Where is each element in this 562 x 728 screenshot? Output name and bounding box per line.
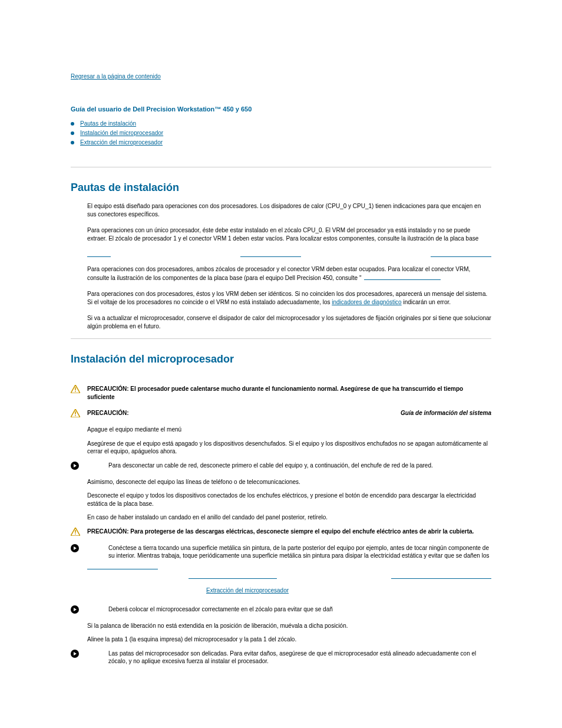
link-fragment[interactable]: [189, 578, 277, 579]
link-fragment[interactable]: [431, 251, 491, 257]
bullet-icon: [71, 131, 74, 135]
notice-callout: Deberá colocar el microprocesador correc…: [71, 605, 491, 614]
svg-rect-2: [75, 391, 76, 392]
link-row: [189, 578, 491, 579]
notice-icon: [71, 462, 80, 470]
bullet-icon: [71, 122, 74, 126]
step: Alinee la pata 1 (la esquina impresa) de…: [87, 635, 491, 644]
document-page: Regresar a la página de contenido Guía d…: [0, 0, 562, 697]
bullet-icon: [71, 141, 74, 144]
notice-callout: Conéctese a tierra tocando una superfici…: [71, 544, 491, 560]
link-fragment[interactable]: [87, 568, 158, 569]
link-fragment[interactable]: [87, 251, 111, 257]
notice-text: Las patas del microprocesador son delica…: [87, 650, 491, 666]
toc-link-extraccion[interactable]: Extracción del microprocesador: [80, 139, 163, 147]
link-fragment[interactable]: [391, 578, 491, 579]
paragraph: Para operaciones con dos procesadores, é…: [87, 290, 491, 306]
caution-text: PRECAUCIÓN: Para protegerse de las desca…: [87, 528, 491, 536]
back-to-contents-link[interactable]: Regresar a la página de contenido: [71, 73, 161, 80]
guide-title: Guía del usuario de Dell Precision Works…: [71, 106, 491, 113]
caution-callout: PRECAUCIÓN: Guía de información del sist…: [71, 409, 491, 417]
toc: Pautas de instalación Instalación del mi…: [71, 120, 491, 147]
step: Si la palanca de liberación no está exte…: [87, 622, 491, 630]
text: indicarán un error.: [402, 299, 451, 305]
notice-callout: Las patas del microprocesador son delica…: [71, 650, 491, 666]
paragraph: Si va a actualizar el microprocesador, c…: [87, 314, 491, 330]
extraction-link[interactable]: Extracción del microprocesador: [206, 587, 289, 594]
svg-rect-8: [75, 533, 76, 535]
caution-callout: PRECAUCIÓN: Para protegerse de las desca…: [71, 528, 491, 536]
paragraph: Para operaciones con dos procesadores, a…: [87, 265, 491, 282]
paragraph: El equipo está diseñado para operaciones…: [87, 202, 491, 218]
divider: [71, 338, 491, 339]
caution-text: PRECAUCIÓN: El procesador puede calentar…: [87, 385, 491, 401]
svg-rect-7: [75, 530, 76, 533]
extraction-link-row: Extracción del microprocesador: [206, 587, 491, 594]
svg-rect-5: [75, 415, 76, 416]
toc-item: Instalación del microprocesador: [71, 129, 491, 137]
toc-link-pautas[interactable]: Pautas de instalación: [80, 120, 136, 128]
caution-text: PRECAUCIÓN: Guía de información del sist…: [87, 409, 491, 417]
notice-icon: [71, 544, 80, 552]
system-info-guide: Guía de información del sistema: [401, 409, 491, 417]
divider: [71, 167, 491, 167]
caution-icon: [71, 385, 80, 393]
notice-icon: [71, 650, 80, 658]
step: Desconecte el equipo y todos los disposi…: [87, 492, 491, 508]
toc-link-instalacion[interactable]: Instalación del microprocesador: [80, 129, 163, 137]
caution-icon: [71, 528, 80, 536]
step: Asimismo, desconecte del equipo las líne…: [87, 478, 491, 486]
breadcrumb-top: Regresar a la página de contenido: [71, 73, 491, 80]
toc-item: Pautas de instalación: [71, 120, 491, 128]
section-heading-pautas: Pautas de instalación: [71, 182, 491, 194]
notice-callout: Para desconectar un cable de red, descon…: [71, 462, 491, 470]
paragraph: Para operaciones con un único procesador…: [87, 226, 491, 242]
section-heading-instalacion: Instalación del microprocesador: [71, 353, 491, 365]
notice-text: Deberá colocar el microprocesador correc…: [87, 605, 491, 614]
text: Para operaciones con un único procesador…: [87, 227, 478, 242]
notice-text: Para desconectar un cable de red, descon…: [87, 462, 491, 470]
svg-rect-1: [75, 387, 76, 390]
caution-callout: PRECAUCIÓN: El procesador puede calentar…: [71, 385, 491, 401]
notice-text: Conéctese a tierra tocando una superfici…: [87, 544, 491, 560]
diagnostic-indicators-link[interactable]: indicadores de diagnóstico: [332, 299, 401, 305]
caution-icon: [71, 409, 80, 417]
link-fragment[interactable]: [364, 274, 441, 280]
notice-icon: [71, 605, 80, 614]
toc-item: Extracción del microprocesador: [71, 139, 491, 147]
step: En caso de haber instalado un candado en…: [87, 513, 491, 522]
link-fragment[interactable]: [240, 251, 301, 257]
svg-rect-4: [75, 411, 76, 414]
step: Asegúrese de que el equipo está apagado …: [87, 440, 491, 456]
step: Apague el equipo mediante el menú: [87, 426, 491, 434]
